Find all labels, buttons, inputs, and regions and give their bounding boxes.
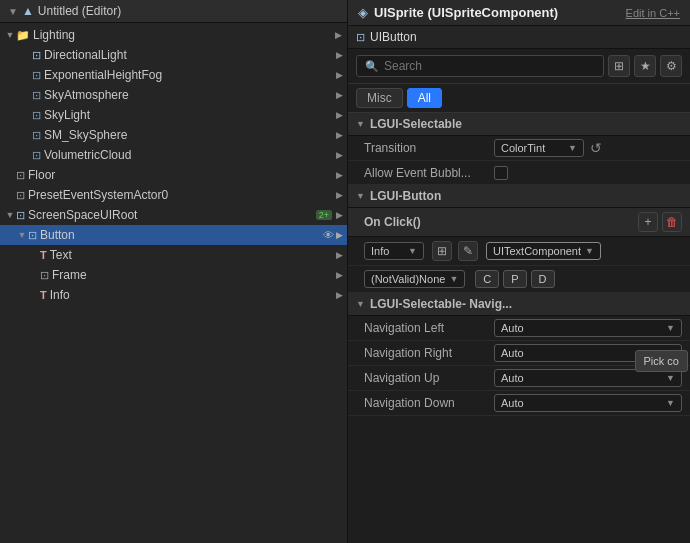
- transition-dropdown[interactable]: ColorTint ▼: [494, 139, 584, 157]
- nav-right-value: Auto: [501, 347, 524, 359]
- section-arrow: ▼: [356, 119, 365, 129]
- right-arrow: ▶: [336, 130, 343, 140]
- section-lgui-button[interactable]: ▼ LGUI-Button: [348, 185, 690, 208]
- search-input[interactable]: [384, 59, 595, 73]
- button-icon: ⊡: [28, 229, 37, 242]
- onclick-delete-btn[interactable]: 🗑: [662, 212, 682, 232]
- tree-item-screenspace[interactable]: ▼ ⊡ ScreenSpaceUIRoot 2+ ▶: [0, 205, 347, 225]
- folder-icon: 📁: [16, 29, 30, 42]
- tree-item-lighting[interactable]: ▼ 📁 Lighting ▶: [0, 25, 347, 45]
- tree-header-title: Untitled (Editor): [38, 4, 121, 18]
- onclick-header[interactable]: On Click() + 🗑: [348, 208, 690, 237]
- tree-collapse-arrow[interactable]: ▼: [8, 6, 18, 17]
- item-label: SkyLight: [44, 108, 336, 122]
- uibutton-label: UIButton: [370, 30, 417, 44]
- item-label: Info: [50, 288, 336, 302]
- section-lgui-selectable[interactable]: ▼ LGUI-Selectable: [348, 113, 690, 136]
- tree-item-volclouds[interactable]: ⊡ VolumetricCloud ▶: [0, 145, 347, 165]
- tree-item-presetevent[interactable]: ⊡ PresetEventSystemActor0 ▶: [0, 185, 347, 205]
- right-arrow: ▶: [336, 110, 343, 120]
- left-panel: ▼ ▲ Untitled (Editor) ▼ 📁 Lighting ▶ ⊡ D…: [0, 0, 348, 543]
- tree-header-icon: ▲: [22, 4, 34, 18]
- prop-value-transition: ColorTint ▼ ↺: [494, 139, 682, 157]
- expand-arrow: ▼: [16, 230, 28, 240]
- misc-filter-btn[interactable]: Misc: [356, 88, 403, 108]
- transition-reset-btn[interactable]: ↺: [588, 140, 604, 156]
- search-box[interactable]: 🔍: [356, 55, 604, 77]
- tree-item-frame[interactable]: ⊡ Frame ▶: [0, 265, 347, 285]
- eye-icon[interactable]: 👁: [323, 229, 334, 241]
- edit-in-cpp-link[interactable]: Edit in C++: [626, 7, 680, 19]
- tree-content: ▼ 📁 Lighting ▶ ⊡ DirectionalLight ▶ ⊡ Ex…: [0, 23, 347, 543]
- grid-view-btn[interactable]: ⊞: [608, 55, 630, 77]
- tree-item-smsky[interactable]: ⊡ SM_SkySphere ▶: [0, 125, 347, 145]
- onclick-notvalid-dropdown[interactable]: (NotValid)None ▼: [364, 270, 465, 288]
- light-icon: ⊡: [32, 49, 41, 62]
- item-label: VolumetricCloud: [44, 148, 336, 162]
- prop-label-transition: Transition: [364, 141, 494, 155]
- section-title: LGUI-Button: [370, 189, 441, 203]
- tree-item-skyatmo[interactable]: ⊡ SkyAtmosphere ▶: [0, 85, 347, 105]
- item-label: ExponentialHeightFog: [44, 68, 336, 82]
- skylight-icon: ⊡: [32, 109, 41, 122]
- right-arrow: ▶: [336, 50, 343, 60]
- dropdown-arrow: ▼: [449, 274, 458, 284]
- nav-left-value: Auto: [501, 322, 524, 334]
- allow-event-checkbox[interactable]: [494, 166, 508, 180]
- all-filter-btn[interactable]: All: [407, 88, 442, 108]
- nav-left-dropdown[interactable]: Auto ▼: [494, 319, 682, 337]
- item-badge: 2+: [316, 210, 332, 220]
- right-arrow: ▶: [336, 170, 343, 180]
- onclick-d-btn[interactable]: D: [531, 270, 555, 288]
- uibutton-icon: ⊡: [356, 31, 365, 44]
- onclick-target-dropdown[interactable]: Info ▼: [364, 242, 424, 260]
- settings-btn[interactable]: ⚙: [660, 55, 682, 77]
- section-arrow: ▼: [356, 299, 365, 309]
- right-arrow: ▶: [336, 290, 343, 300]
- onclick-p-btn[interactable]: P: [503, 270, 526, 288]
- tree-item-text[interactable]: T Text ▶: [0, 245, 347, 265]
- onclick-add-btn[interactable]: +: [638, 212, 658, 232]
- item-label: Lighting: [33, 28, 335, 42]
- dropdown-arrow: ▼: [666, 398, 675, 408]
- right-arrow: ▶: [336, 90, 343, 100]
- prop-label-nav-left: Navigation Left: [364, 321, 494, 335]
- onclick-row2: (NotValid)None ▼ C P D: [348, 266, 690, 293]
- right-arrow: ▶: [336, 150, 343, 160]
- preset-icon: ⊡: [16, 189, 25, 202]
- dropdown-arrow: ▼: [408, 246, 417, 256]
- fog-icon: ⊡: [32, 69, 41, 82]
- nav-up-value: Auto: [501, 372, 524, 384]
- onclick-pick-btn[interactable]: ⊞: [432, 241, 452, 261]
- star-btn[interactable]: ★: [634, 55, 656, 77]
- item-label: SM_SkySphere: [44, 128, 336, 142]
- tree-item-info[interactable]: T Info ▶: [0, 285, 347, 305]
- nav-down-dropdown[interactable]: Auto ▼: [494, 394, 682, 412]
- onclick-component-dropdown[interactable]: UITextComponent ▼: [486, 242, 601, 260]
- tree-item-expfog[interactable]: ⊡ ExponentialHeightFog ▶: [0, 65, 347, 85]
- section-title: LGUI-Selectable- Navig...: [370, 297, 512, 311]
- tree-item-dirlight[interactable]: ⊡ DirectionalLight ▶: [0, 45, 347, 65]
- tree-item-button[interactable]: ▼ ⊡ Button 👁 ▶: [0, 225, 347, 245]
- properties-content: ▼ LGUI-Selectable Transition ColorTint ▼…: [348, 113, 690, 543]
- section-lgui-nav[interactable]: ▼ LGUI-Selectable- Navig...: [348, 293, 690, 316]
- sky-icon: ⊡: [32, 89, 41, 102]
- floor-icon: ⊡: [16, 169, 25, 182]
- right-arrow: ▶: [336, 270, 343, 280]
- onclick-edit-btn[interactable]: ✎: [458, 241, 478, 261]
- tree-item-skylight[interactable]: ⊡ SkyLight ▶: [0, 105, 347, 125]
- text-icon: T: [40, 249, 47, 261]
- filter-bar: Misc All: [348, 84, 690, 113]
- tree-item-floor[interactable]: ⊡ Floor ▶: [0, 165, 347, 185]
- item-label: Text: [50, 248, 336, 262]
- dropdown-arrow: ▼: [666, 373, 675, 383]
- dropdown-arrow: ▼: [568, 143, 577, 153]
- right-arrow: ▶: [336, 70, 343, 80]
- right-arrow: ▶: [336, 250, 343, 260]
- right-arrow: ▶: [336, 190, 343, 200]
- search-icon: 🔍: [365, 60, 379, 73]
- pick-tooltip-text: Pick co: [644, 355, 679, 367]
- tree-header: ▼ ▲ Untitled (Editor): [0, 0, 347, 23]
- prop-label-nav-down: Navigation Down: [364, 396, 494, 410]
- onclick-c-btn[interactable]: C: [475, 270, 499, 288]
